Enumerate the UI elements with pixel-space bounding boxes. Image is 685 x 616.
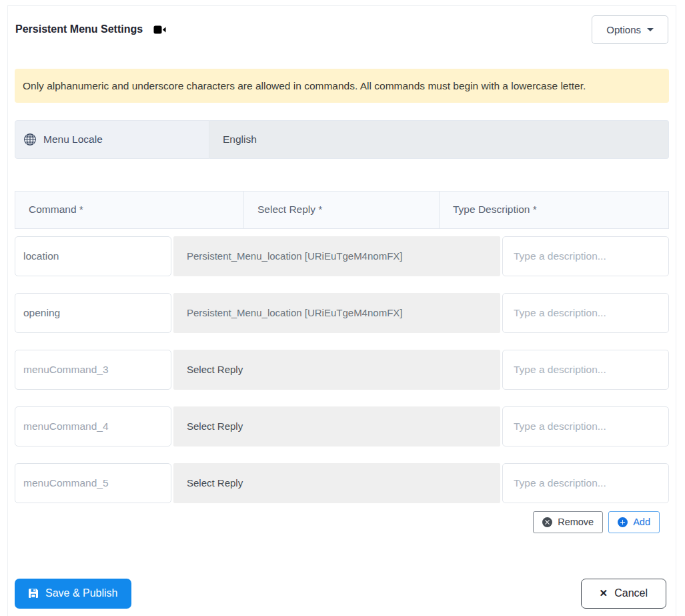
command-input[interactable] [15, 293, 171, 333]
reply-select[interactable]: Persistent_Menu_location [URiEuTgeM4nomF… [173, 293, 500, 333]
menu-locale-label-text: Menu Locale [43, 133, 103, 145]
description-input[interactable] [502, 406, 669, 446]
menu-locale-value-text: English [223, 133, 257, 145]
description-input[interactable] [502, 350, 669, 390]
reply-select[interactable]: Select Reply [173, 463, 500, 503]
cancel-button-label: Cancel [614, 587, 648, 599]
persistent-menu-settings-panel: Persistent Menu Settings Options Only al… [7, 5, 676, 616]
save-publish-button[interactable]: Save & Publish [15, 579, 131, 609]
cancel-button[interactable]: ✕ Cancel [581, 579, 666, 609]
chevron-down-icon [647, 28, 654, 31]
menu-locale-group: Menu Locale English [15, 120, 669, 159]
table-row: Select Reply [15, 463, 669, 503]
options-button-label: Options [606, 24, 641, 35]
column-header-type-description: Type Description * [439, 192, 668, 228]
table-row: Persistent_Menu_location [URiEuTgeM4nomF… [15, 236, 669, 276]
description-input[interactable] [502, 463, 669, 503]
menu-locale-value[interactable]: English [209, 120, 669, 159]
remove-button-label: Remove [558, 517, 594, 527]
column-header-select-reply: Select Reply * [243, 192, 439, 228]
command-input[interactable] [15, 406, 171, 446]
table-row: Persistent_Menu_location [URiEuTgeM4nomF… [15, 293, 669, 333]
options-button[interactable]: Options [592, 15, 668, 44]
x-circle-icon [542, 517, 552, 527]
command-input[interactable] [15, 350, 171, 390]
video-camera-icon [153, 25, 166, 35]
add-button-label: Add [633, 517, 650, 527]
page-title: Persistent Menu Settings [15, 23, 143, 35]
remove-button[interactable]: Remove [533, 511, 603, 533]
command-input[interactable] [15, 463, 171, 503]
command-input[interactable] [15, 236, 171, 276]
table-row: Select Reply [15, 406, 669, 446]
globe-icon [24, 133, 36, 145]
table-row: Select Reply [15, 350, 669, 390]
description-input[interactable] [502, 293, 669, 333]
row-actions: Remove Add [15, 511, 669, 533]
description-input[interactable] [502, 236, 669, 276]
column-header-command: Command * [15, 192, 243, 228]
reply-select[interactable]: Select Reply [173, 406, 500, 446]
save-publish-button-label: Save & Publish [45, 587, 118, 599]
save-icon [28, 588, 39, 599]
reply-select[interactable]: Persistent_Menu_location [URiEuTgeM4nomF… [173, 236, 500, 276]
panel-header: Persistent Menu Settings Options [15, 14, 669, 45]
warning-alert-text: Only alphanumeric and underscore charact… [23, 80, 586, 91]
reply-select[interactable]: Select Reply [173, 350, 500, 390]
x-icon: ✕ [600, 587, 608, 599]
add-button[interactable]: Add [608, 511, 660, 533]
plus-circle-icon [618, 517, 628, 527]
panel-footer: Save & Publish ✕ Cancel [15, 579, 669, 609]
warning-alert: Only alphanumeric and underscore charact… [15, 69, 669, 103]
menu-locale-label: Menu Locale [15, 120, 209, 159]
table-header: Command * Select Reply * Type Descriptio… [15, 191, 669, 229]
